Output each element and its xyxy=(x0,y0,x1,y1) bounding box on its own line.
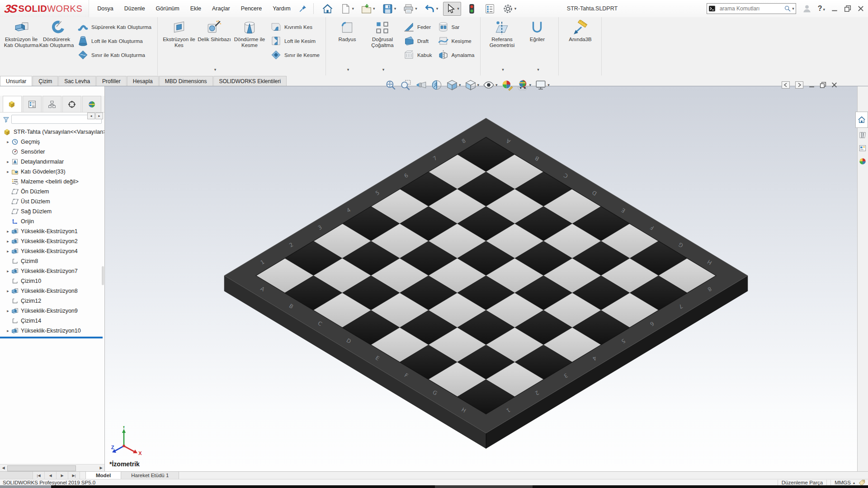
task-pane-library-button[interactable] xyxy=(858,129,868,141)
tree-item[interactable]: Malzeme <belirli değil> xyxy=(0,177,104,187)
pin-icon[interactable] xyxy=(299,5,307,13)
flyout-arrow-icon[interactable]: ▾ xyxy=(436,6,439,11)
doc-tab-hareket-etüdü-1[interactable]: Hareket Etüdü 1 xyxy=(121,472,179,479)
tab-nav-button[interactable]: ◀ xyxy=(45,472,57,479)
ribbon-button-loft-cut[interactable]: Loft ile Kesim xyxy=(268,34,322,48)
ribbon-button-revolve-cut[interactable]: Döndürme ile Kesme xyxy=(232,20,267,72)
tree-item[interactable]: ▸Yükseklik-Ekstrüzyon8 xyxy=(0,286,104,296)
rollback-bar[interactable] xyxy=(0,337,103,338)
previous-view-button[interactable] xyxy=(415,79,428,91)
search-input[interactable] xyxy=(719,5,784,12)
expand-arrow-icon[interactable]: ▸ xyxy=(5,239,11,244)
ribbon-button-hole-wizard[interactable]: Delik Sihirbazı▾ xyxy=(197,20,232,72)
flyout-arrow-icon[interactable]: ▾ xyxy=(347,67,349,72)
tree-item[interactable]: Sensörler xyxy=(0,147,104,157)
tree-item[interactable]: Üst Düzlem xyxy=(0,197,104,206)
tree-item[interactable]: ▸Yükseklik-Ekstrüzyon9 xyxy=(0,306,104,316)
ribbon-button-draft[interactable]: Draft xyxy=(401,34,434,48)
expand-arrow-icon[interactable]: ▸ xyxy=(5,269,11,273)
tree-item[interactable]: Çizim12 xyxy=(0,296,104,306)
hscroll-right-icon[interactable]: ▶ xyxy=(98,465,104,471)
ribbon-button-boss-extrude[interactable]: Ekstrüzyon İle Katı Oluşturma xyxy=(4,20,39,72)
tab-çizim[interactable]: Çizim xyxy=(33,76,58,86)
ribbon-button-curves[interactable]: Eğriler▾ xyxy=(519,20,555,72)
tab-nav-button[interactable]: ▶ xyxy=(57,472,68,479)
flyout-arrow-icon[interactable]: ▾ xyxy=(394,6,396,11)
tree-item[interactable]: ▸Yükseklik-Ekstrüzyon1 xyxy=(0,226,104,236)
task-pane-design-library-button[interactable] xyxy=(858,142,868,154)
hscroll-left-icon[interactable]: ◀ xyxy=(0,465,7,471)
tab-mbd-dimensions[interactable]: MBD Dimensions xyxy=(159,76,213,86)
expand-arrow-icon[interactable]: ▸ xyxy=(5,169,11,174)
panel-tab-part[interactable] xyxy=(3,96,22,112)
minimize-button[interactable] xyxy=(808,81,815,89)
filter-funnel-icon[interactable] xyxy=(3,116,9,123)
section-view-button[interactable] xyxy=(430,79,443,91)
tree-item[interactable]: Çizim8 xyxy=(0,256,104,266)
magnifier-icon[interactable] xyxy=(784,5,791,12)
flyout-arrow-icon[interactable]: ▾ xyxy=(214,67,217,72)
task-pane-appearances-button[interactable] xyxy=(858,155,868,167)
menu-item-ekle[interactable]: Ekle xyxy=(190,5,201,12)
tab-sac-levha[interactable]: Sac Levha xyxy=(58,76,96,86)
ribbon-button-sweep[interactable]: Süpürerek Katı Oluşturma xyxy=(75,20,154,34)
zoom-area-button[interactable] xyxy=(400,79,412,91)
flyout-arrow-icon[interactable]: ▾ xyxy=(529,83,532,87)
tree-item[interactable]: ▸Yükseklik-Ekstrüzyon4 xyxy=(0,246,104,256)
tab-scroll-left-icon[interactable]: ◂ xyxy=(87,113,95,119)
tab-nav-button[interactable]: |◀ xyxy=(33,472,45,479)
print-button[interactable]: ▾ xyxy=(401,2,419,16)
flyout-arrow-icon[interactable]: ▾ xyxy=(537,67,539,72)
minimize-button[interactable] xyxy=(831,5,838,12)
expand-arrow-icon[interactable]: ▸ xyxy=(5,229,11,234)
view-orientation-button[interactable]: ▾ xyxy=(446,79,462,91)
edit-appearance-button[interactable] xyxy=(501,79,514,91)
tree-item[interactable]: Ön Düzlem xyxy=(0,187,104,197)
ribbon-button-revolve[interactable]: Döndürerek Katı Oluşturma xyxy=(39,20,74,72)
ribbon-button-shell[interactable]: Kabuk xyxy=(401,48,434,62)
flyout-arrow-icon[interactable]: ▾ xyxy=(457,6,459,11)
options-gear-button[interactable]: ▾ xyxy=(500,2,519,16)
ribbon-button-cut-extrude[interactable]: Ekstrüzyon ile Kes xyxy=(161,20,197,72)
units-selector[interactable]: MMGS▴ xyxy=(835,480,855,485)
panel-tab-display-manager[interactable] xyxy=(62,96,81,112)
expand-arrow-icon[interactable]: ▸ xyxy=(5,289,11,293)
menu-item-araçlar[interactable]: Araçlar xyxy=(212,5,230,12)
tree-item[interactable]: ▸Yükseklik-Ekstrüzyon10 xyxy=(0,326,104,336)
panel-tab-dimxpert[interactable] xyxy=(82,96,101,112)
flyout-arrow-icon[interactable]: ▾ xyxy=(495,83,498,87)
chessboard-model[interactable]: 87654321ABCDEFGHABCDEFGH87654321 xyxy=(105,86,857,471)
expand-arrow-icon[interactable]: ▸ xyxy=(5,328,11,333)
tree-item[interactable]: Çizim14 xyxy=(0,316,104,326)
ribbon-button-intersect[interactable]: Kesişme xyxy=(435,34,477,48)
ribbon-button-linear-pattern[interactable]: Doğrusal Çoğaltma▾ xyxy=(365,20,400,72)
tab-unsurlar[interactable]: Unsurlar xyxy=(0,76,32,86)
ribbon-button-boundary-cut[interactable]: Sınır ile Kesme xyxy=(268,48,322,62)
panel-tab-feature-list[interactable] xyxy=(23,96,42,112)
tree-item[interactable]: ▸ADetaylandırmalar xyxy=(0,157,104,167)
tree-item[interactable]: ▸Geçmiş xyxy=(0,137,104,147)
help-button[interactable]: ?▾ xyxy=(818,5,825,13)
menu-item-pencere[interactable]: Pencere xyxy=(241,5,262,12)
open-document-button[interactable]: ▾ xyxy=(359,2,377,16)
undo-button[interactable]: ▾ xyxy=(422,2,440,16)
flyout-arrow-icon[interactable]: ▾ xyxy=(459,83,461,87)
menu-item-görünüm[interactable]: Görünüm xyxy=(156,5,179,12)
ribbon-button-mirror[interactable]: Aynalama xyxy=(435,48,477,62)
tab-solidworks-eklentileri[interactable]: SOLIDWORKS Eklentileri xyxy=(213,76,287,86)
tree-vertical-scrollbar[interactable] xyxy=(102,266,104,285)
ribbon-button-instant3d[interactable]: Anında3B xyxy=(562,20,598,72)
tree-item[interactable]: Orijin xyxy=(0,216,104,226)
hscroll-thumb[interactable] xyxy=(7,465,76,471)
save-button[interactable]: ▾ xyxy=(380,2,398,16)
flyout-arrow-icon[interactable]: ▾ xyxy=(502,67,504,72)
tree-item[interactable]: Çizim10 xyxy=(0,276,104,286)
menu-item-dosya[interactable]: Dosya xyxy=(97,5,113,12)
tab-hesapla[interactable]: Hesapla xyxy=(127,76,159,86)
expand-arrow-icon[interactable]: ▸ xyxy=(5,140,11,144)
next-window-button[interactable] xyxy=(795,81,804,89)
expand-arrow-icon[interactable]: ▸ xyxy=(5,160,11,164)
search-flyout-arrow[interactable]: ▾ xyxy=(792,6,794,11)
ribbon-button-ref-geometry[interactable]: Referans Geometrisi▾ xyxy=(484,20,519,72)
prev-window-button[interactable] xyxy=(781,81,790,89)
